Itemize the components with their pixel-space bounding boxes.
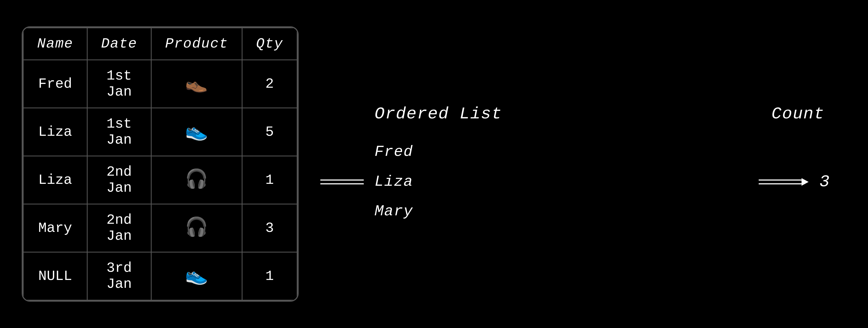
list-item: Fred bbox=[375, 140, 413, 164]
table-row: Fred 1st Jan 👞 2 bbox=[23, 60, 297, 108]
arrow-right-area: 3 bbox=[759, 172, 830, 191]
table-header-row: Name Date Product Qty bbox=[23, 28, 297, 60]
count-column-header: Count bbox=[771, 104, 825, 124]
arrow-left bbox=[320, 180, 364, 184]
table-row: NULL 3rd Jan 👟 1 bbox=[23, 252, 297, 300]
cell-qty: 1 bbox=[242, 156, 297, 204]
cell-product: 👟 bbox=[151, 252, 242, 300]
cell-product: 🎧 bbox=[151, 204, 242, 252]
table-row: Mary 2nd Jan 🎧 3 bbox=[23, 204, 297, 252]
col-header-product: Product bbox=[151, 28, 242, 60]
list-item: Mary bbox=[375, 199, 413, 224]
ordered-list-area: Ordered List Count Fred Liza Mary bbox=[320, 104, 846, 224]
arrow-left-line-top bbox=[320, 180, 364, 181]
cell-qty: 1 bbox=[242, 252, 297, 300]
ordered-list-title: Ordered List bbox=[375, 104, 502, 124]
main-container: Name Date Product Qty Fred 1st Jan 👞 2 L… bbox=[0, 0, 868, 328]
count-value: 3 bbox=[819, 172, 830, 191]
cell-date: 2nd Jan bbox=[87, 204, 151, 252]
cell-product: 👟 bbox=[151, 108, 242, 156]
cell-qty: 2 bbox=[242, 60, 297, 108]
arrow-right-line-bottom bbox=[759, 183, 802, 184]
content-row: Fred Liza Mary 3 bbox=[320, 140, 846, 224]
table-row: Liza 1st Jan 👟 5 bbox=[23, 108, 297, 156]
cell-date: 2nd Jan bbox=[87, 156, 151, 204]
cell-date: 1st Jan bbox=[87, 108, 151, 156]
data-table-wrapper: Name Date Product Qty Fred 1st Jan 👞 2 L… bbox=[22, 26, 299, 302]
cell-name: Fred bbox=[23, 60, 87, 108]
names-list: Fred Liza Mary bbox=[375, 140, 413, 224]
arrow-right-head bbox=[802, 178, 809, 186]
arrow-left-line-bottom bbox=[320, 183, 364, 184]
arrow-right-line-top bbox=[759, 180, 802, 181]
list-item: Liza bbox=[375, 170, 413, 194]
cell-name: NULL bbox=[23, 252, 87, 300]
cell-date: 3rd Jan bbox=[87, 252, 151, 300]
header-row: Ordered List Count bbox=[320, 104, 846, 124]
cell-name: Liza bbox=[23, 108, 87, 156]
right-section: Ordered List Count Fred Liza Mary bbox=[299, 16, 846, 312]
cell-name: Mary bbox=[23, 204, 87, 252]
data-table: Name Date Product Qty Fred 1st Jan 👞 2 L… bbox=[23, 27, 298, 301]
table-row: Liza 2nd Jan 🎧 1 bbox=[23, 156, 297, 204]
col-header-qty: Qty bbox=[242, 28, 297, 60]
cell-date: 1st Jan bbox=[87, 60, 151, 108]
col-header-date: Date bbox=[87, 28, 151, 60]
col-header-name: Name bbox=[23, 28, 87, 60]
cell-qty: 3 bbox=[242, 204, 297, 252]
cell-product: 🎧 bbox=[151, 156, 242, 204]
cell-product: 👞 bbox=[151, 60, 242, 108]
cell-qty: 5 bbox=[242, 108, 297, 156]
cell-name: Liza bbox=[23, 156, 87, 204]
